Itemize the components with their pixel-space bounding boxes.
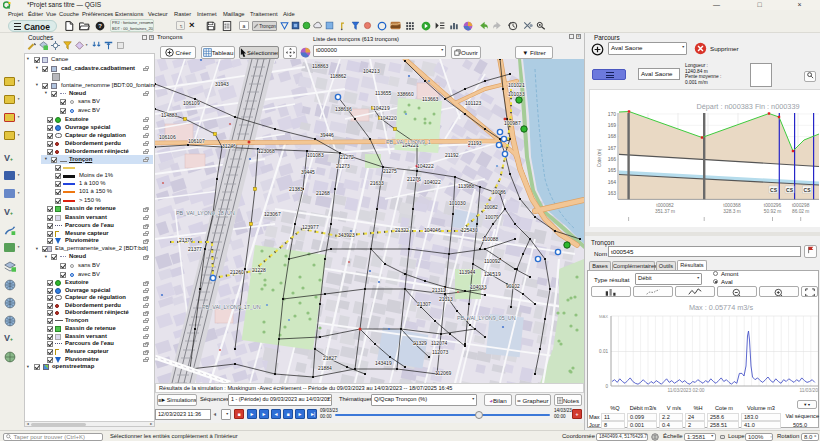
svg-text:21329: 21329 <box>413 340 427 346</box>
svg-text:0.01: 0.01 <box>599 349 608 354</box>
svg-text:Cote (m): Cote (m) <box>597 148 602 167</box>
svg-text:Max : 0.05774 m3/s: Max : 0.05774 m3/s <box>689 303 753 312</box>
svg-text:11/03/202: 11/03/202 <box>800 388 818 393</box>
svg-text:106107: 106107 <box>188 138 205 144</box>
svg-text:PB_VAI_LYON9_17_UN: PB_VAI_LYON9_17_UN <box>202 304 261 310</box>
svg-text:101030: 101030 <box>449 200 466 206</box>
svg-text:113655: 113655 <box>375 90 392 96</box>
svg-text:21275: 21275 <box>383 168 397 174</box>
svg-text:21228: 21228 <box>252 267 266 273</box>
svg-text:CS: CS <box>786 187 794 193</box>
svg-text:110088: 110088 <box>482 236 499 242</box>
svg-text:169: 169 <box>608 122 617 128</box>
svg-text:343923: 343923 <box>338 232 355 238</box>
svg-text:104220: 104220 <box>380 115 397 121</box>
svg-text:164: 164 <box>608 179 617 185</box>
svg-text:113663: 113663 <box>422 96 439 102</box>
svg-text:101033: 101033 <box>508 91 525 97</box>
svg-text:167: 167 <box>608 145 617 151</box>
svg-text:104219: 104219 <box>373 105 390 111</box>
svg-text:170: 170 <box>608 111 617 117</box>
svg-text:112074: 112074 <box>431 340 448 346</box>
svg-text:21313: 21313 <box>439 296 453 302</box>
svg-text:123977: 123977 <box>302 224 319 230</box>
svg-text:?: ? <box>98 23 102 29</box>
svg-text:113944: 113944 <box>459 269 476 275</box>
svg-text:328.3 m: 328.3 m <box>723 209 740 214</box>
svg-text:338660: 338660 <box>397 91 414 97</box>
svg-text:21192: 21192 <box>445 152 459 158</box>
svg-text:21884: 21884 <box>318 365 332 371</box>
svg-text:21376: 21376 <box>179 237 193 243</box>
svg-text:104046: 104046 <box>424 227 441 233</box>
svg-text:21193: 21193 <box>468 140 482 146</box>
svg-text:90102: 90102 <box>506 283 520 289</box>
svg-text:104022: 104022 <box>424 179 441 185</box>
svg-text:123067: 123067 <box>264 211 281 217</box>
svg-text:166: 166 <box>608 156 617 162</box>
svg-text:21260: 21260 <box>230 269 244 275</box>
svg-text:21322: 21322 <box>395 227 409 233</box>
svg-text:t000082: t000082 <box>656 203 674 208</box>
svg-text:104033: 104033 <box>470 284 487 290</box>
svg-text:106106: 106106 <box>159 134 176 140</box>
svg-text:21311: 21311 <box>432 287 446 293</box>
svg-text:114883: 114883 <box>161 112 178 118</box>
svg-text:21827: 21827 <box>323 355 337 361</box>
svg-text:138636: 138636 <box>335 106 352 112</box>
svg-text:31246: 31246 <box>222 143 236 149</box>
svg-text:100987: 100987 <box>504 120 521 126</box>
svg-text:112073: 112073 <box>432 349 449 355</box>
svg-text:10079: 10079 <box>485 214 499 220</box>
svg-text:21272: 21272 <box>340 154 354 160</box>
svg-text:101083: 101083 <box>307 152 324 158</box>
svg-text:t000298: t000298 <box>792 203 810 208</box>
svg-text:21377: 21377 <box>188 246 202 252</box>
svg-text:118863: 118863 <box>312 63 329 69</box>
svg-text:106109: 106109 <box>183 100 200 106</box>
svg-text:11/03/2023 02:00: 11/03/2023 02:00 <box>668 388 705 393</box>
svg-text:21307: 21307 <box>417 301 431 307</box>
svg-text:CS: CS <box>770 187 778 193</box>
svg-text:21268: 21268 <box>316 190 330 196</box>
svg-text:101123: 101123 <box>465 100 482 106</box>
svg-text:112069: 112069 <box>435 370 452 376</box>
svg-text:Départ : n000383 Fin : n000339: Départ : n000383 Fin : n000339 <box>696 102 799 111</box>
svg-text:MAX: MAX <box>599 314 608 319</box>
svg-text:21383: 21383 <box>289 186 303 192</box>
svg-text:10086: 10086 <box>492 189 506 195</box>
svg-text:121519: 121519 <box>484 271 501 277</box>
svg-text:t000296: t000296 <box>764 203 782 208</box>
svg-text:104222: 104222 <box>417 163 434 169</box>
svg-text:39446: 39446 <box>320 132 334 138</box>
svg-text:PB_VAI_LYON9_1: PB_VAI_LYON9_1 <box>386 139 431 145</box>
svg-text:t000368: t000368 <box>723 203 741 208</box>
svg-text:21276: 21276 <box>407 176 421 182</box>
svg-text:113988: 113988 <box>458 183 475 189</box>
svg-text:21273: 21273 <box>336 163 350 169</box>
svg-text:PB_VAI_LYON9_05_UN: PB_VAI_LYON9_05_UN <box>457 315 516 321</box>
svg-text:0: 0 <box>605 384 608 389</box>
svg-text:10082: 10082 <box>484 204 498 210</box>
svg-text:50.92 m: 50.92 m <box>764 209 781 214</box>
svg-text:PB_VAI_LYON9_18_UN: PB_VAI_LYON9_18_UN <box>176 210 235 216</box>
svg-text:168: 168 <box>608 133 617 139</box>
svg-text:21633: 21633 <box>370 180 384 186</box>
svg-text:110092: 110092 <box>484 258 501 264</box>
svg-text:39445: 39445 <box>301 169 315 175</box>
svg-text:118862: 118862 <box>330 73 347 79</box>
svg-text:101021: 101021 <box>508 82 525 88</box>
svg-text:163: 163 <box>608 190 617 196</box>
svg-text:125430: 125430 <box>461 227 478 233</box>
svg-text:143419: 143419 <box>375 360 392 366</box>
svg-text:351.37 m: 351.37 m <box>655 209 675 214</box>
svg-text:31943: 31943 <box>215 81 229 87</box>
svg-text:165: 165 <box>608 167 617 173</box>
svg-text:CS: CS <box>804 187 812 193</box>
svg-text:123068: 123068 <box>258 148 275 154</box>
svg-text:104213: 104213 <box>363 68 380 74</box>
svg-text:86.02 m: 86.02 m <box>792 209 809 214</box>
